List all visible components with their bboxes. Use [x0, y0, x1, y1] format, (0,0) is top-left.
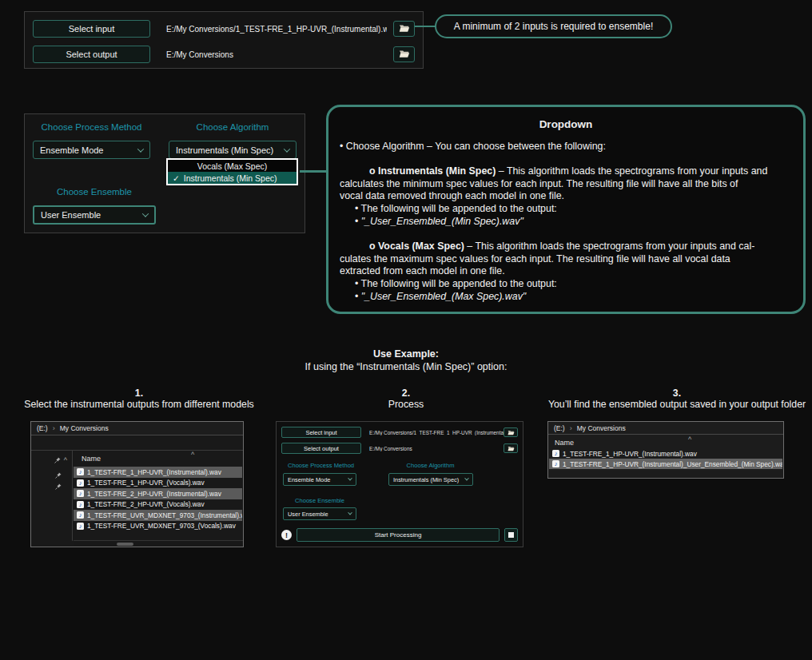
- step-number: 1.: [2, 388, 276, 399]
- algorithm-value: Instrumentals (Min Spec): [393, 476, 459, 483]
- breadcrumb: (E:) › My Conversions: [31, 422, 243, 435]
- ensemble-value: User Ensemble: [288, 511, 328, 518]
- process-method-label: Choose Process Method: [283, 462, 359, 469]
- file-row[interactable]: ♪ 1_TEST-FRE_UVR_MDXNET_9703_(Vocals).wa…: [74, 521, 242, 532]
- ensemble-value: User Ensemble: [41, 210, 101, 220]
- process-method-select[interactable]: Ensemble Mode: [33, 141, 150, 159]
- step-1-header: 1. Select the instrumental outputs from …: [2, 388, 276, 410]
- info-intro: • Choose Algorithm – You can choose betw…: [340, 141, 792, 153]
- sort-caret-icon[interactable]: ^: [688, 437, 691, 442]
- process-method-label: Choose Process Method: [33, 122, 150, 132]
- collapse-caret-icon[interactable]: ^: [64, 458, 67, 463]
- algorithm-option-vocals[interactable]: Vocals (Max Spec): [168, 160, 297, 172]
- name-column-header[interactable]: Name: [82, 455, 101, 463]
- dropdown-connector-line: [300, 170, 326, 173]
- folder-crumb[interactable]: My Conversions: [60, 424, 109, 432]
- start-processing-button[interactable]: Start Processing: [297, 528, 500, 542]
- audio-file-icon: ♪: [552, 460, 559, 467]
- chevron-down-icon: [284, 145, 290, 152]
- max-spec-line3: extracted from each model in one file.: [340, 265, 792, 278]
- horizontal-scrollbar[interactable]: [74, 540, 243, 547]
- file-name: 1_TEST-FRE_1_HP-UVR_(Instrumental)_User_…: [563, 460, 782, 468]
- file-row[interactable]: ♪ 1_TEST-FRE_2_HP-UVR_(Vocals).wav: [74, 499, 242, 511]
- max-spec-lead: o Vocals (Max Spec): [369, 241, 464, 252]
- step-number: 3.: [542, 388, 812, 399]
- drive-crumb[interactable]: (E:): [554, 424, 565, 432]
- pin-icon: [55, 472, 62, 479]
- browse-output-button[interactable]: [504, 443, 518, 453]
- browse-output-button[interactable]: [393, 46, 415, 62]
- step-caption: Process: [388, 399, 424, 410]
- algorithm-select[interactable]: Instrumentals (Min Spec): [169, 141, 297, 159]
- max-spec-line1: – This algorithm loads the spectrograms …: [464, 241, 754, 252]
- sort-caret-icon[interactable]: ^: [191, 452, 194, 457]
- nav-pane: ^: [31, 451, 73, 541]
- output-path: E:/My Conversions: [166, 50, 387, 59]
- max-spec-suffix: "_User_Ensembled_(Max Spec).wav": [361, 291, 526, 302]
- file-row[interactable]: ♪ 1_TEST-FRE_1_HP-UVR_(Instrumental).wav: [74, 467, 242, 478]
- min-spec-suffix: "_User_Ensembled_(Min Spec).wav": [361, 216, 523, 227]
- browse-input-button[interactable]: [504, 427, 518, 437]
- input-path: E:/My Conversions/1_TEST-FRE_1_HP-UVR_(I…: [166, 25, 387, 34]
- explorer-window-1: (E:) › My Conversions ^ Name ^ ♪ 1_TEST-…: [30, 421, 244, 547]
- process-actions-row: ! Start Processing: [281, 528, 518, 542]
- option-label: Instrumentals (Min Spec): [184, 173, 277, 183]
- drive-crumb[interactable]: (E:): [37, 424, 48, 432]
- file-name: 1_TEST-FRE_1_HP-UVR_(Vocals).wav: [87, 479, 205, 487]
- stop-button[interactable]: [504, 528, 518, 542]
- file-row[interactable]: ♪ 1_TEST-FRE_1_HP-UVR_(Instrumental)_Use…: [549, 459, 782, 469]
- min-spec-lead: o Instrumentals (Min Spec): [369, 165, 496, 177]
- chevron-down-icon: [464, 476, 469, 481]
- mini-input-row: Select input E:/My Conversions/1_TEST-FR…: [281, 427, 518, 438]
- output-path: E:/My Conversions: [369, 446, 504, 451]
- min-spec-line1: – This algorithm loads the spectrograms …: [496, 165, 767, 177]
- folder-crumb[interactable]: My Conversions: [577, 424, 626, 432]
- algorithm-option-instrumentals[interactable]: ✓ Instrumentals (Min Spec): [168, 172, 297, 184]
- algorithm-label: Choose Algorithm: [388, 462, 472, 469]
- file-row[interactable]: ♪ 1_TEST-FRE_UVR_MDXNET_9703_(Instrument…: [74, 510, 242, 521]
- algorithm-select[interactable]: Instrumentals (Min Spec): [388, 473, 473, 486]
- output-row: Select output E:/My Conversions: [33, 46, 415, 63]
- input-path: E:/My Conversions/1_TEST-FRE_1_HP-UVR_(I…: [369, 430, 504, 435]
- name-column-header[interactable]: Name: [555, 439, 574, 447]
- info-button[interactable]: !: [281, 530, 292, 540]
- pinned-item[interactable]: ^: [54, 457, 67, 463]
- file-name: 1_TEST-FRE_2_HP-UVR_(Instrumental).wav: [87, 490, 221, 498]
- file-list: ♪ 1_TEST-FRE_1_HP-UVR_(Instrumental).wav…: [549, 448, 782, 469]
- min-spec-filename: • "_User_Ensembled_(Min Spec).wav": [340, 216, 792, 229]
- file-row[interactable]: ♪ 1_TEST-FRE_1_HP-UVR_(Vocals).wav: [74, 478, 242, 489]
- select-output-button[interactable]: Select output: [33, 46, 150, 63]
- max-spec-append-note: • The following will be appended to the …: [340, 278, 792, 291]
- pinned-item[interactable]: [55, 472, 62, 479]
- min-spec-paragraph: o Instrumentals (Min Spec) – This algori…: [340, 165, 792, 178]
- bullet: •: [355, 216, 361, 227]
- pinned-item[interactable]: [55, 483, 62, 490]
- chevron-down-icon: [348, 511, 352, 515]
- horizontal-scrollbar-thumb[interactable]: [117, 543, 133, 546]
- select-input-button[interactable]: Select input: [33, 20, 150, 38]
- callout-bubble: A minimum of 2 inputs is required to ens…: [435, 14, 672, 38]
- breadcrumb-separator-icon: ›: [53, 424, 55, 432]
- folder-icon: [508, 446, 515, 451]
- file-name: 1_TEST-FRE_2_HP-UVR_(Vocals).wav: [87, 500, 205, 508]
- audio-file-icon: ♪: [77, 523, 84, 530]
- pin-icon: [55, 483, 62, 490]
- audio-file-icon: ♪: [552, 450, 559, 457]
- ensemble-select[interactable]: User Ensemble: [283, 507, 356, 520]
- step-caption: Select the instrumental outputs from dif…: [24, 399, 254, 410]
- step-3-header: 3. You’ll find the ensembled output save…: [542, 388, 812, 410]
- min-spec-line2: calculates the minimum spec values for e…: [340, 178, 792, 191]
- select-output-button[interactable]: Select output: [281, 443, 361, 454]
- select-input-button[interactable]: Select input: [281, 427, 361, 438]
- ensemble-select[interactable]: User Ensemble: [33, 205, 156, 225]
- file-row[interactable]: ♪ 1_TEST-FRE_2_HP-UVR_(Instrumental).wav: [74, 488, 242, 499]
- process-method-select[interactable]: Ensemble Mode: [283, 473, 356, 486]
- file-row[interactable]: ♪ 1_TEST-FRE_1_HP-UVR_(Instrumental).wav: [549, 448, 782, 459]
- max-spec-line2: culates the maximum spec values for each…: [340, 253, 792, 266]
- step-number: 2.: [326, 388, 486, 399]
- ensemble-label: Choose Ensemble: [33, 187, 156, 197]
- callout-connector-line: [415, 26, 436, 27]
- browse-input-button[interactable]: [393, 21, 415, 37]
- stop-icon: [508, 532, 514, 538]
- use-example-subtitle: If using the “Instrumentals (Min Spec)” …: [0, 361, 812, 372]
